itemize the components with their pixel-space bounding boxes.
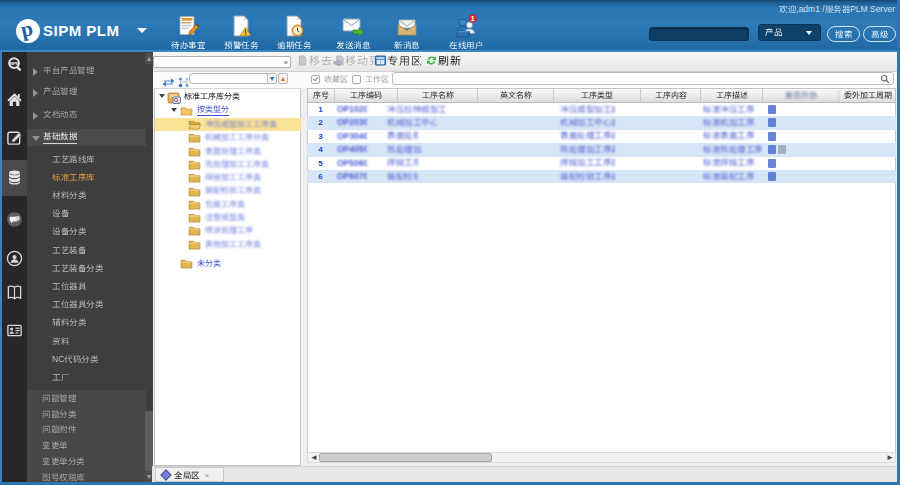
svg-text:SIPM: SIPM: [10, 61, 20, 66]
svg-text:1: 1: [471, 15, 475, 22]
